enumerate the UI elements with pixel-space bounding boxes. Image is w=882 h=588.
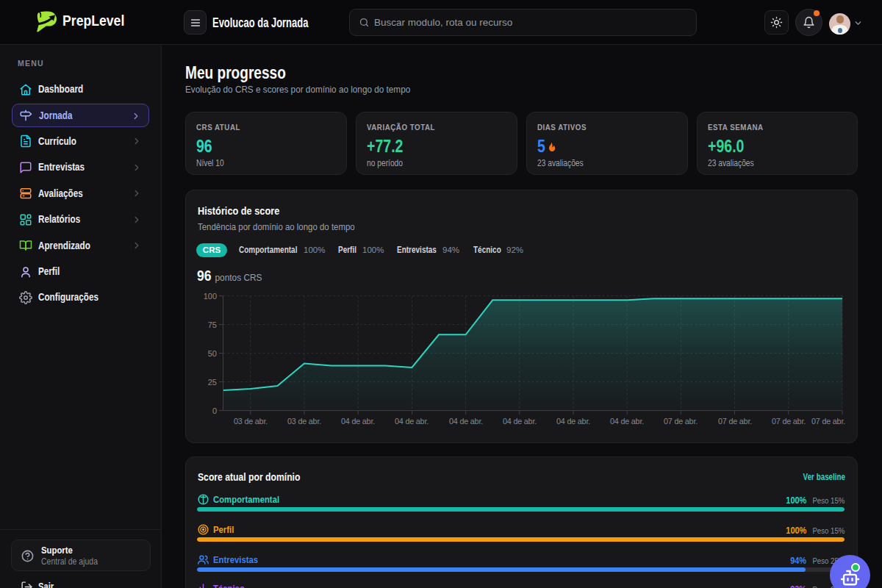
svg-text:50: 50 [208,349,217,358]
svg-text:04 de abr.: 04 de abr. [395,417,429,426]
svg-text:100: 100 [204,292,217,301]
svg-text:07 de abr.: 07 de abr. [718,417,752,426]
svg-text:03 de abr.: 03 de abr. [287,417,321,426]
svg-text:07 de abr.: 07 de abr. [664,417,698,426]
svg-text:04 de abr.: 04 de abr. [610,417,644,426]
svg-text:07 de abr.: 07 de abr. [772,417,806,426]
svg-text:75: 75 [208,320,217,329]
svg-text:25: 25 [208,378,217,387]
svg-text:03 de abr.: 03 de abr. [234,417,268,426]
svg-text:07 de abr.: 07 de abr. [811,417,845,426]
svg-text:04 de abr.: 04 de abr. [341,417,375,426]
svg-text:04 de abr.: 04 de abr. [503,417,537,426]
svg-text:04 de abr.: 04 de abr. [449,417,483,426]
svg-text:04 de abr.: 04 de abr. [556,417,590,426]
svg-text:0: 0 [212,406,217,415]
